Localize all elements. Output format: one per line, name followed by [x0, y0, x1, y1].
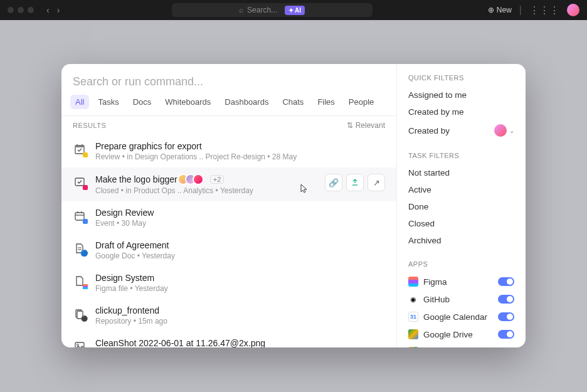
result-title: CleanShot 2022-06-01 at 11.26.47@2x.png	[95, 338, 385, 347]
nav-arrows: ‹ ›	[44, 4, 62, 16]
quick-filter-item[interactable]: Assigned to me	[408, 87, 514, 103]
app-name: Google Drive	[423, 330, 473, 339]
github-icon: ◉	[408, 294, 418, 304]
result-row[interactable]: Make the logo bigger +2 Closed • in Prod…	[61, 167, 396, 201]
global-search[interactable]: ⌕ Search... ✦ AI	[172, 3, 373, 17]
result-row[interactable]: 🔵 Draft of Agreement Google Doc • Yester…	[61, 234, 396, 267]
google-calendar-icon: 31	[408, 312, 418, 322]
tab-tasks[interactable]: Tasks	[93, 95, 124, 109]
tab-docs[interactable]: Docs	[128, 95, 157, 109]
results-list: Prepare graphics for export Review • in …	[61, 135, 396, 347]
maximize-dot[interactable]	[28, 7, 34, 13]
result-title: Make the logo bigger +2	[95, 174, 316, 185]
app-row-github: ◉ GitHub	[408, 290, 514, 308]
apps-title: APPS	[408, 260, 514, 268]
task-filter-item[interactable]: Closed	[408, 215, 514, 232]
new-button[interactable]: ⊕ New	[488, 6, 512, 14]
command-palette: Search or run command... AllTasksDocsWhi…	[61, 64, 526, 347]
app-name: Google Calendar	[423, 312, 487, 322]
repo-icon: ⚫	[73, 307, 87, 320]
result-row[interactable]: Design System Figma file • Yesterday	[61, 267, 396, 299]
command-right-pane: QUICK FILTERS Assigned to meCreated by m…	[397, 64, 526, 347]
quick-filter-item[interactable]: Created by me	[408, 103, 514, 120]
task-done-icon	[73, 175, 87, 189]
user-avatar[interactable]	[567, 4, 579, 16]
app-name: Slack	[423, 347, 444, 348]
command-input[interactable]: Search or run command...	[61, 64, 396, 95]
task-icon	[73, 142, 87, 156]
quick-filters-title: QUICK FILTERS	[408, 74, 514, 82]
result-title: Design System	[95, 273, 385, 283]
figma-icon	[73, 274, 87, 288]
google-drive-icon	[408, 329, 418, 339]
more-count: +2	[210, 175, 225, 184]
sort-relevant[interactable]: ⇅ Relevant	[347, 121, 385, 130]
result-meta: Review • in Design Operations .. Project…	[95, 152, 385, 161]
topbar-right: ⊕ New | ⋮⋮⋮	[488, 4, 579, 16]
tab-chats[interactable]: Chats	[277, 95, 309, 109]
results-header: RESULTS ⇅ Relevant	[61, 115, 396, 135]
chevron-down-icon: ⌄	[509, 127, 514, 134]
task-filter-item[interactable]: Archived	[408, 232, 514, 249]
app-row-figma: Figma	[408, 273, 514, 290]
calendar-icon	[73, 209, 87, 223]
result-row[interactable]: Prepare graphics for export Review • in …	[61, 135, 396, 167]
gdoc-icon: 🔵	[73, 241, 87, 255]
result-row[interactable]: CleanShot 2022-06-01 at 11.26.47@2x.png …	[61, 332, 396, 347]
result-meta: Repository • 15m ago	[95, 317, 385, 326]
result-row[interactable]: Design Review Event • 30 May	[61, 201, 396, 234]
row-actions: 🔗 ↗	[325, 174, 385, 191]
result-meta: Figma file • Yesterday	[95, 284, 385, 293]
app-name: Figma	[423, 277, 447, 287]
result-meta: Event • 30 May	[95, 219, 385, 228]
command-left-pane: Search or run command... AllTasksDocsWhi…	[61, 64, 397, 347]
tab-people[interactable]: People	[344, 95, 379, 109]
task-filter-item[interactable]: Active	[408, 181, 514, 198]
open-icon[interactable]: ↗	[368, 174, 385, 191]
subtask-icon[interactable]	[346, 174, 364, 191]
result-title: Design Review	[95, 208, 385, 218]
global-search-placeholder: Search...	[247, 6, 277, 14]
app-row-google-calendar: 31 Google Calendar	[408, 308, 514, 326]
result-meta: Closed • in Product Ops .. Analytics • Y…	[95, 186, 316, 195]
app-toggle[interactable]	[498, 330, 514, 339]
tab-dashboards[interactable]: Dashboards	[219, 95, 273, 109]
result-title: Draft of Agreement	[95, 240, 385, 250]
modal-overlay[interactable]: Search or run command... AllTasksDocsWhi…	[0, 20, 587, 392]
app-toggle[interactable]	[498, 277, 514, 286]
svg-point-10	[77, 344, 79, 346]
window-controls[interactable]	[8, 7, 34, 13]
result-row[interactable]: ⚫ clickup_frontend Repository • 15m ago	[61, 299, 396, 332]
task-filter-item[interactable]: Done	[408, 198, 514, 215]
app-toggle[interactable]	[498, 312, 514, 321]
close-dot[interactable]	[8, 7, 14, 13]
ai-badge[interactable]: ✦ AI	[285, 6, 305, 15]
figma-icon	[408, 277, 418, 287]
task-filter-item[interactable]: Not started	[408, 164, 514, 181]
task-filters-title: TASK FILTERS	[408, 152, 514, 159]
app-row-google-drive: Google Drive	[408, 326, 514, 343]
app-toggle[interactable]	[498, 295, 514, 304]
result-title: Prepare graphics for export	[95, 141, 385, 151]
minimize-dot[interactable]	[18, 7, 24, 13]
nav-forward-icon[interactable]: ›	[55, 4, 63, 16]
result-title: clickup_frontend	[95, 305, 385, 315]
result-meta: Google Doc • Yesterday	[95, 252, 385, 260]
quick-filter-item[interactable]: Created by⌄	[408, 120, 514, 140]
tab-whiteboards[interactable]: Whiteboards	[160, 95, 216, 109]
tab-files[interactable]: Files	[312, 95, 339, 109]
app-grid-icon[interactable]: ⋮⋮⋮	[529, 4, 559, 16]
tab-all[interactable]: All	[70, 95, 89, 109]
app-name: GitHub	[423, 295, 450, 304]
image-icon	[73, 339, 87, 347]
topbar: ‹ › ⌕ Search... ✦ AI ⊕ New | ⋮⋮⋮	[0, 0, 587, 20]
search-icon: ⌕	[239, 6, 243, 14]
nav-back-icon[interactable]: ‹	[44, 4, 52, 16]
filter-avatar	[494, 124, 507, 137]
results-label: RESULTS	[73, 122, 106, 129]
sort-icon: ⇅	[347, 121, 353, 130]
slack-icon	[408, 347, 418, 347]
link-icon[interactable]: 🔗	[325, 174, 342, 191]
command-tabs: AllTasksDocsWhiteboardsDashboardsChatsFi…	[61, 95, 396, 115]
app-row-slack: Slack	[408, 343, 514, 347]
